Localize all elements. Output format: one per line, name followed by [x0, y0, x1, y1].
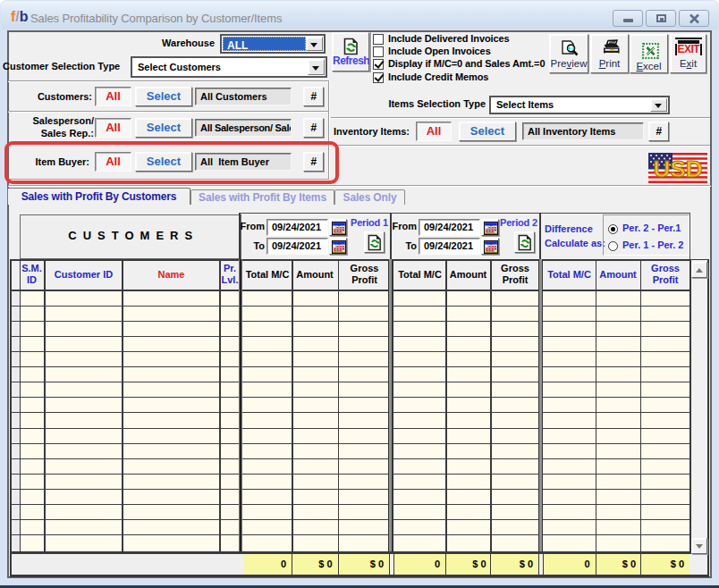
- svg-text:USD: USD: [654, 155, 703, 182]
